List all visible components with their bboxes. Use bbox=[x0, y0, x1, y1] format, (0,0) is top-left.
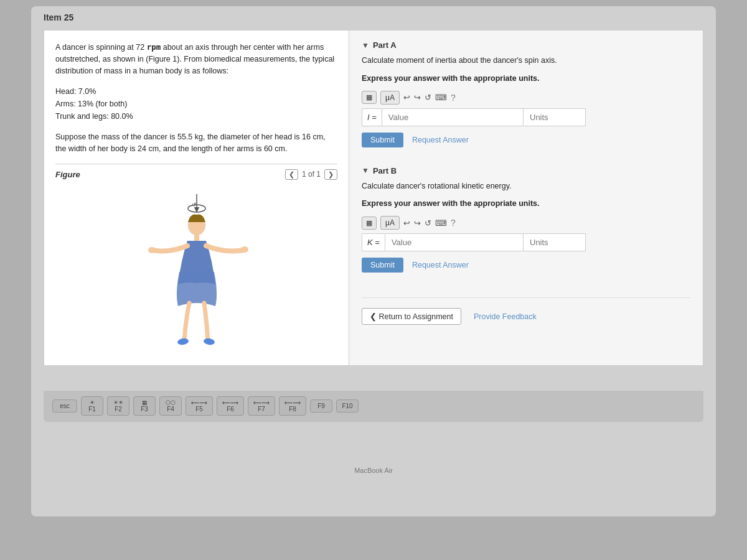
part-a-units-input[interactable] bbox=[523, 109, 585, 126]
part-a-instruction1: Calculate moment of inertia about the da… bbox=[362, 55, 690, 67]
part-a-toolbar: ▦ μA ↩ ↪ ↺ ⌨ ? bbox=[362, 91, 690, 105]
f1-key: ☀F1 bbox=[81, 396, 103, 416]
f10-key: F10 bbox=[336, 399, 359, 413]
part-a-arrow: ▼ bbox=[362, 41, 369, 50]
part-a-help-icon[interactable]: ? bbox=[451, 93, 456, 103]
figure-nav: ❮ 1 of 1 ❯ bbox=[285, 169, 337, 180]
return-to-assignment-button[interactable]: ❮ Return to Assignment bbox=[362, 308, 461, 325]
part-a-value-input[interactable] bbox=[382, 109, 523, 126]
part-a-undo-icon[interactable]: ↩ bbox=[403, 93, 410, 102]
part-b-title: Part B bbox=[373, 166, 397, 175]
part-b-arrow: ▼ bbox=[362, 166, 369, 175]
part-b-undo-icon[interactable]: ↩ bbox=[403, 218, 410, 228]
dancer-figure: ↺ bbox=[134, 191, 259, 353]
f3-key: ▦F3 bbox=[133, 396, 156, 416]
matrix-icon: ▦ bbox=[366, 93, 372, 101]
part-a-refresh-icon[interactable]: ↺ bbox=[425, 93, 431, 102]
head-percentage: Head: 7.0% bbox=[55, 85, 337, 98]
part-a-keyboard-icon[interactable]: ⌨ bbox=[435, 93, 447, 102]
problem-suppose: Suppose the mass of the dancer is 55.5 k… bbox=[55, 131, 337, 155]
part-a-section: ▼ Part A Calculate moment of inertia abo… bbox=[362, 40, 690, 151]
part-b-help-icon[interactable]: ? bbox=[451, 218, 456, 228]
part-a-header: ▼ Part A bbox=[362, 40, 690, 50]
dancer-area: ↺ bbox=[55, 185, 337, 365]
part-b-value-input[interactable] bbox=[385, 234, 523, 251]
left-panel: A dancer is spinning at 72 rpm about an … bbox=[44, 30, 349, 365]
part-b-units-input[interactable] bbox=[523, 234, 585, 251]
part-b-toolbar: ▦ μA ↩ ↪ ↺ ⌨ ? bbox=[362, 216, 690, 230]
right-panel: ▼ Part A Calculate moment of inertia abo… bbox=[349, 30, 703, 365]
figure-section: Figure ❮ 1 of 1 ❯ bbox=[55, 164, 337, 365]
part-b-section: ▼ Part B Calculate dancer's rotational k… bbox=[362, 166, 690, 277]
main-screen: Item 25 A dancer is spinning at 72 rpm a… bbox=[31, 6, 716, 516]
f2-key: ☀☀F2 bbox=[107, 396, 129, 416]
bottom-actions: ❮ Return to Assignment Provide Feedback bbox=[362, 297, 690, 325]
part-a-request-answer-link[interactable]: Request Answer bbox=[412, 136, 469, 144]
svg-point-6 bbox=[241, 246, 248, 253]
part-a-mu-button[interactable]: μA bbox=[380, 91, 400, 105]
part-a-action-row: Submit Request Answer bbox=[362, 133, 690, 147]
svg-point-5 bbox=[148, 247, 156, 253]
figure-header: Figure ❮ 1 of 1 ❯ bbox=[55, 169, 337, 180]
part-a-title: Part A bbox=[373, 40, 397, 50]
part-b-answer-row: K = bbox=[362, 233, 586, 251]
figure-page: 1 of 1 bbox=[302, 170, 321, 179]
problem-intro: A dancer is spinning at 72 rpm about an … bbox=[55, 42, 337, 77]
f5-key: ⟵⟶F5 bbox=[186, 396, 213, 416]
part-b-instruction1: Calculate dancer's rotational kinetic en… bbox=[362, 180, 690, 192]
f6-key: ⟵⟶F6 bbox=[217, 396, 244, 416]
part-b-matrix-button[interactable]: ▦ bbox=[362, 217, 377, 230]
main-content: A dancer is spinning at 72 rpm about an … bbox=[44, 30, 703, 366]
svg-point-7 bbox=[177, 337, 189, 345]
part-a-variable-label: I = bbox=[362, 109, 382, 126]
part-b-matrix-icon: ▦ bbox=[366, 219, 372, 227]
part-b-redo-icon[interactable]: ↪ bbox=[414, 218, 421, 228]
part-a-redo-icon[interactable]: ↪ bbox=[414, 93, 421, 102]
part-a-matrix-button[interactable]: ▦ bbox=[362, 91, 377, 104]
svg-rect-4 bbox=[194, 235, 199, 241]
item-title: Item 25 bbox=[44, 12, 703, 22]
part-a-instruction2: Express your answer with the appropriate… bbox=[362, 73, 690, 85]
f4-key: ⬡⬡F4 bbox=[159, 396, 182, 416]
part-b-submit-button[interactable]: Submit bbox=[362, 258, 403, 273]
figure-label: Figure bbox=[55, 170, 80, 179]
part-a-answer-row: I = bbox=[362, 108, 586, 126]
part-b-keyboard-icon[interactable]: ⌨ bbox=[435, 218, 447, 228]
macbook-label: MacBook Air bbox=[354, 467, 393, 474]
f9-key: F9 bbox=[310, 399, 332, 413]
mu-label: μA bbox=[385, 93, 395, 102]
part-b-instruction2: Express your answer with the appropriate… bbox=[362, 198, 690, 210]
keyboard-bar: esc ☀F1 ☀☀F2 ▦F3 ⬡⬡F4 ⟵⟶F5 ⟵⟶F6 ⟵⟶F7 ⟵⟶F… bbox=[44, 391, 703, 422]
f8-key: ⟵⟶F8 bbox=[279, 396, 306, 416]
trunk-percentage: Trunk and legs: 80.0% bbox=[55, 110, 337, 123]
part-b-variable-label: K = bbox=[362, 234, 385, 251]
part-b-request-answer-link[interactable]: Request Answer bbox=[412, 261, 469, 269]
svg-point-8 bbox=[203, 337, 215, 345]
part-b-header: ▼ Part B bbox=[362, 166, 690, 175]
part-b-mu-button[interactable]: μA bbox=[380, 216, 400, 230]
f7-key: ⟵⟶F7 bbox=[248, 396, 275, 416]
svg-text:↺: ↺ bbox=[192, 202, 197, 208]
problem-data: Head: 7.0% Arms: 13% (for both) Trunk an… bbox=[55, 85, 337, 123]
part-b-refresh-icon[interactable]: ↺ bbox=[425, 218, 431, 228]
figure-next-button[interactable]: ❯ bbox=[324, 169, 337, 180]
esc-key: esc bbox=[52, 399, 77, 413]
part-a-submit-button[interactable]: Submit bbox=[362, 133, 403, 147]
arms-percentage: Arms: 13% (for both) bbox=[55, 98, 337, 110]
part-b-action-row: Submit Request Answer bbox=[362, 258, 690, 273]
figure-prev-button[interactable]: ❮ bbox=[285, 169, 298, 180]
part-b-mu-label: μA bbox=[385, 218, 395, 227]
provide-feedback-link[interactable]: Provide Feedback bbox=[474, 312, 537, 321]
